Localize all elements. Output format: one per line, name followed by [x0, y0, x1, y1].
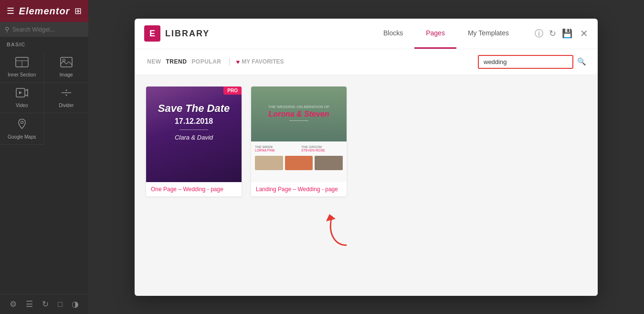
save-the-date-names: Clara & David	[175, 134, 213, 141]
favorites-button[interactable]: ♥ MY FAVORITES	[236, 58, 284, 65]
map-icon	[16, 118, 28, 132]
elementor-logo: E	[144, 25, 160, 42]
settings-icon[interactable]: ⚙	[10, 299, 17, 309]
template-label-1: One Page – Wedding - page	[146, 182, 242, 196]
preview-wedding1-top: PRO Save The Date 17.12.2018 Clara & Dav…	[146, 87, 242, 182]
image-icon	[60, 57, 73, 70]
svg-point-10	[21, 121, 23, 124]
divider-icon	[60, 87, 73, 101]
filter-new[interactable]: NEW	[146, 56, 162, 67]
save-the-date-title: Save The Date	[158, 103, 230, 114]
couple-decorative-line	[289, 120, 308, 121]
template-label-2: Landing Page – Wedding - page	[251, 182, 347, 196]
modal-toolbar: NEW TREND POPULAR ♥ MY FAVORITES 🔍	[135, 49, 598, 75]
sidebar-bottom: ⚙ ☰ ↻ □ ◑	[0, 294, 88, 314]
template-card-one-page-wedding[interactable]: PRO Save The Date 17.12.2018 Clara & Dav…	[146, 87, 242, 196]
p2b-images-row	[255, 156, 343, 170]
template-search-input[interactable]	[484, 58, 568, 65]
modal-actions: ⓘ ↻ 💾 ✕	[535, 28, 588, 39]
sidebar: ☰ Elementor ⊞ ⚲ BASIC Inner Section	[0, 0, 88, 314]
main-area: E LIBRARY Blocks Pages My Templates ⓘ	[88, 0, 644, 314]
svg-marker-8	[65, 89, 67, 91]
modal-tabs: Blocks Pages My Templates	[372, 19, 520, 49]
search-submit-icon[interactable]: 🔍	[577, 57, 586, 66]
hamburger-icon[interactable]: ☰	[7, 6, 14, 16]
tab-my-templates[interactable]: My Templates	[456, 19, 520, 49]
modal-content: PRO Save The Date 17.12.2018 Clara & Dav…	[135, 75, 598, 296]
couple-intro-text: THE WEDDING CELEBRATION OF	[268, 105, 329, 109]
groom-col-subtitle: STEVEN ROSE	[301, 149, 343, 152]
info-icon[interactable]: ⓘ	[535, 28, 543, 39]
responsive-icon[interactable]: □	[58, 300, 63, 309]
widget-divider[interactable]: Divider	[44, 83, 89, 113]
library-modal: E LIBRARY Blocks Pages My Templates ⓘ	[135, 19, 598, 296]
history-icon[interactable]: ↻	[42, 299, 49, 309]
widget-image[interactable]: Image	[44, 52, 89, 83]
p2b-names-row: THE BRIDE LORNA PINK THE GROOM STEVEN RO…	[255, 145, 343, 152]
search-input-wrapper	[478, 55, 573, 69]
svg-marker-9	[65, 95, 67, 96]
bride-col-subtitle: LORNA PINK	[255, 149, 296, 152]
filter-divider	[229, 58, 230, 65]
template-card-landing-wedding[interactable]: THE WEDDING CELEBRATION OF Lorona & Stev…	[251, 87, 347, 196]
preview-wedding2-bottom: THE BRIDE LORNA PINK THE GROOM STEVEN RO…	[251, 141, 347, 182]
widget-video[interactable]: Video	[0, 83, 44, 113]
tab-blocks[interactable]: Blocks	[372, 19, 414, 49]
app-logo: Elementor	[14, 6, 74, 17]
templates-grid: PRO Save The Date 17.12.2018 Clara & Dav…	[146, 87, 586, 196]
search-icon: ⚲	[5, 26, 10, 33]
modal-title: LIBRARY	[165, 29, 210, 39]
groom-col-title: THE GROOM	[301, 145, 343, 149]
refresh-icon[interactable]: ↻	[549, 28, 556, 39]
decorative-line	[179, 130, 208, 130]
svg-marker-6	[19, 91, 22, 94]
grid-icon[interactable]: ⊞	[74, 6, 82, 16]
favorites-label: MY FAVORITES	[242, 58, 284, 65]
pro-badge: PRO	[223, 87, 242, 95]
photo-2	[285, 156, 313, 170]
save-icon[interactable]: 💾	[562, 28, 572, 39]
widget-label: Inner Section	[8, 72, 36, 77]
widget-inner-section[interactable]: Inner Section	[0, 52, 44, 83]
section-label: BASIC	[0, 37, 88, 50]
layers-icon[interactable]: ☰	[26, 299, 33, 309]
preview-wedding2-top: THE WEDDING CELEBRATION OF Lorona & Stev…	[251, 87, 347, 141]
eye-icon[interactable]: ◑	[72, 299, 79, 309]
video-icon	[16, 87, 28, 101]
template-preview-2: THE WEDDING CELEBRATION OF Lorona & Stev…	[251, 87, 347, 182]
photo-3	[315, 156, 343, 170]
widget-label: Google Maps	[8, 134, 36, 140]
bride-column: THE BRIDE LORNA PINK	[255, 145, 296, 152]
widget-label: Divider	[59, 103, 74, 108]
inner-section-icon	[15, 57, 29, 70]
widget-search-bar: ⚲	[0, 22, 88, 37]
template-preview-1: PRO Save The Date 17.12.2018 Clara & Dav…	[146, 87, 242, 182]
filter-trend[interactable]: TREND	[165, 56, 188, 67]
widget-google-maps[interactable]: Google Maps	[0, 113, 44, 145]
modal-overlay: E LIBRARY Blocks Pages My Templates ⓘ	[88, 0, 644, 314]
sidebar-header: ☰ Elementor ⊞	[0, 0, 88, 22]
photo-1	[255, 156, 283, 170]
search-input[interactable]	[12, 26, 84, 33]
couple-names: Lorona & Steven	[268, 110, 329, 119]
widget-label: Image	[60, 72, 73, 77]
close-icon[interactable]: ✕	[580, 28, 588, 39]
save-the-date-date: 17.12.2018	[175, 117, 213, 126]
filter-tabs: NEW TREND POPULAR ♥ MY FAVORITES	[146, 56, 284, 67]
filter-popular[interactable]: POPULAR	[190, 56, 222, 67]
heart-icon: ♥	[236, 58, 240, 65]
search-area: 🔍	[478, 55, 586, 69]
svg-point-4	[63, 59, 65, 62]
widget-label: Video	[16, 103, 28, 108]
tab-pages[interactable]: Pages	[414, 19, 456, 49]
widget-grid: Inner Section Image Video	[0, 50, 88, 147]
groom-column: THE GROOM STEVEN ROSE	[301, 145, 343, 152]
modal-header: E LIBRARY Blocks Pages My Templates ⓘ	[135, 19, 598, 49]
bride-col-title: THE BRIDE	[255, 145, 296, 149]
